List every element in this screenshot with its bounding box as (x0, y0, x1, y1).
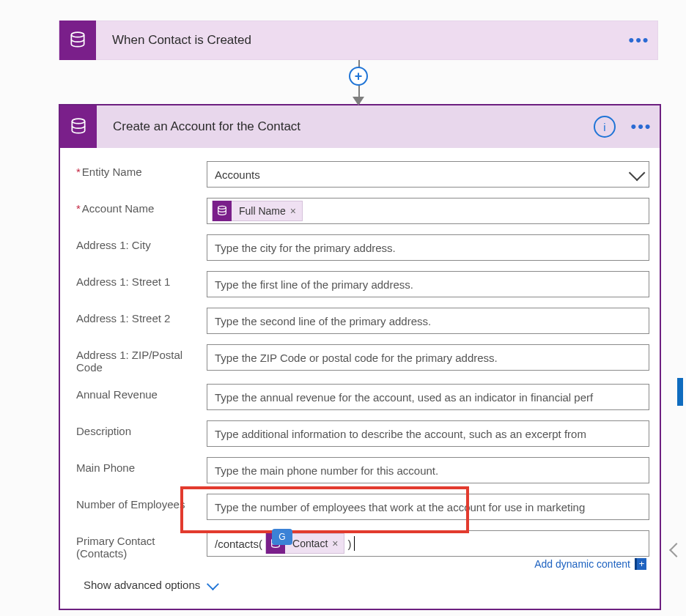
main-phone-input[interactable] (207, 457, 649, 483)
address-city-input[interactable] (207, 234, 649, 261)
add-step-button[interactable]: + (349, 67, 368, 86)
add-dynamic-content-link[interactable]: Add dynamic content (534, 558, 630, 570)
field-label-address-street1: Address 1: Street 1 (76, 271, 207, 288)
token-label: Contact (291, 538, 332, 549)
token-full-name[interactable]: Full Name × (212, 201, 303, 221)
edge-indicator (677, 378, 683, 406)
field-label-address-city: Address 1: City (76, 234, 207, 251)
show-advanced-options-toggle[interactable]: Show advanced options (76, 576, 649, 591)
field-label-description: Description (76, 420, 207, 437)
trigger-more-button[interactable]: ••• (621, 31, 657, 50)
annual-revenue-input[interactable] (207, 384, 649, 410)
action-card: Create an Account for the Contact i ••• … (59, 104, 661, 610)
description-input[interactable] (207, 420, 649, 447)
primary-contact-prefix: /contacts( (212, 538, 262, 550)
entity-name-dropdown[interactable]: Accounts (207, 161, 649, 188)
trigger-title: When Contact is Created (96, 33, 621, 48)
primary-contact-suffix: ) (347, 538, 351, 550)
address-zip-input[interactable] (207, 344, 649, 371)
field-label-num-employees: Number of Employees (76, 494, 207, 511)
database-icon (60, 105, 97, 148)
field-label-main-phone: Main Phone (76, 457, 207, 474)
chevron-down-icon (629, 165, 646, 182)
add-step-connector: + (59, 60, 658, 104)
field-label-annual-revenue: Annual Revenue (76, 384, 207, 401)
field-label-account-name: *Account Name (76, 198, 207, 215)
action-title: Create an Account for the Contact (97, 119, 594, 134)
database-icon (213, 201, 232, 221)
chevron-down-icon (207, 578, 219, 590)
advanced-options-label: Show advanced options (84, 579, 200, 591)
action-more-button[interactable]: ••• (623, 117, 660, 136)
token-label: Full Name (237, 205, 290, 217)
field-label-address-zip: Address 1: ZIP/Postal Code (76, 344, 207, 374)
translate-icon[interactable]: G (272, 529, 292, 545)
svg-point-0 (71, 32, 84, 37)
num-employees-input[interactable] (207, 494, 649, 520)
address-street1-input[interactable] (207, 271, 649, 297)
field-label-primary-contact: Primary Contact (Contacts) (76, 530, 207, 560)
field-label-entity-name: *Entity Name (76, 161, 207, 178)
field-label-address-street2: Address 1: Street 2 (76, 308, 207, 324)
text-cursor (354, 536, 355, 551)
address-street2-input[interactable] (207, 308, 649, 334)
token-remove-button[interactable]: × (332, 538, 338, 549)
svg-point-2 (218, 206, 226, 209)
database-icon (59, 21, 96, 60)
add-dynamic-content-button[interactable]: + (635, 558, 646, 570)
entity-name-value: Accounts (215, 168, 260, 181)
trigger-card[interactable]: When Contact is Created ••• (59, 21, 658, 60)
svg-point-1 (72, 119, 84, 124)
info-button[interactable]: i (594, 116, 616, 138)
action-header[interactable]: Create an Account for the Contact i ••• (60, 105, 660, 148)
account-name-input[interactable]: Full Name × (207, 198, 649, 224)
token-remove-button[interactable]: × (290, 205, 296, 217)
